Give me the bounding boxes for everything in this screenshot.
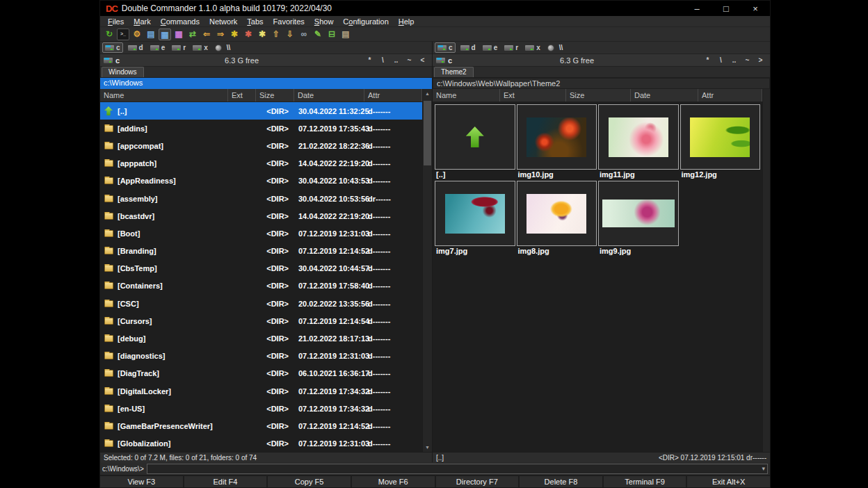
column-header-date[interactable]: Date — [294, 89, 364, 101]
file-row[interactable]: [DigitalLocker]<DIR>07.12.2019 17:34:32d… — [100, 382, 422, 400]
menu-files[interactable]: Files — [103, 17, 129, 26]
right-path-bar[interactable]: c:\Windows\Web\Wallpaper\Theme2 — [433, 78, 770, 89]
minimize-button[interactable]: – — [682, 1, 712, 16]
menu-favorites[interactable]: Favorites — [268, 17, 310, 26]
left-scrollbar[interactable]: ▲ ▼ — [422, 89, 432, 452]
thumb-cell[interactable]: img11.jpg — [598, 104, 679, 179]
file-row[interactable]: [bcastdvr]<DIR>14.04.2022 22:19:20d-----… — [100, 207, 422, 225]
options-icon[interactable]: ⚙ — [131, 29, 143, 40]
close-button[interactable]: × — [741, 1, 770, 16]
folder-back-icon[interactable]: ⇐ — [200, 29, 213, 40]
thumb-cell[interactable]: img7.jpg — [435, 181, 515, 256]
tab-theme2[interactable]: Theme2 — [434, 67, 474, 77]
function-key-9[interactable]: Terminal F9 — [604, 476, 686, 487]
drive-d-button[interactable]: d — [458, 42, 478, 53]
nav-star-button[interactable]: * — [702, 56, 714, 64]
file-row[interactable]: [debug]<DIR>21.02.2022 18:17:13d------- — [100, 330, 422, 347]
drive-c-button[interactable]: c — [102, 42, 123, 53]
menu-tabs[interactable]: Tabs — [242, 17, 268, 26]
archive-extract-icon[interactable]: ⇩ — [284, 29, 296, 40]
column-header-name[interactable]: Name — [433, 89, 500, 101]
column-header-name[interactable]: Name — [100, 89, 228, 101]
nav-home-button[interactable]: ~ — [403, 56, 415, 64]
file-row[interactable]: [Branding]<DIR>07.12.2019 12:14:52d-----… — [100, 243, 422, 260]
right-scrollbar[interactable] — [762, 89, 770, 452]
file-row[interactable]: [DiagTrack]<DIR>06.10.2021 16:36:17d----… — [100, 365, 422, 382]
drive-d-button[interactable]: d — [126, 42, 145, 53]
file-row[interactable]: [Boot]<DIR>07.12.2019 12:31:03d------- — [100, 225, 422, 242]
tab-windows[interactable]: Windows — [102, 67, 144, 77]
file-row[interactable]: [AppReadiness]<DIR>30.04.2022 10:43:53d-… — [100, 172, 422, 190]
refresh-icon[interactable]: ↻ — [103, 29, 115, 40]
file-row[interactable]: [CSC]<DIR>20.02.2022 13:35:56d------- — [100, 295, 422, 312]
nav-star-button[interactable]: * — [364, 56, 376, 64]
nav-parent-button[interactable]: .. — [390, 56, 402, 64]
thumb-cell[interactable]: img10.jpg — [517, 104, 597, 179]
function-key-5[interactable]: Copy F5 — [268, 476, 351, 487]
file-row[interactable]: [..]<DIR>30.04.2022 11:32:25d------- — [100, 102, 422, 120]
network-path-label[interactable]: \\ — [559, 44, 563, 51]
function-key-8[interactable]: Delete F8 — [520, 476, 602, 487]
view-thumbnails-icon[interactable]: ▦ — [172, 29, 185, 40]
file-row[interactable]: [addins]<DIR>07.12.2019 17:35:43d------- — [100, 120, 422, 137]
thumb-cell[interactable]: img8.jpg — [517, 181, 597, 256]
view-full-icon[interactable]: ▦ — [159, 29, 171, 40]
nav-parent-button[interactable]: .. — [728, 56, 740, 64]
nav-history-button[interactable]: > — [755, 56, 766, 64]
sync-dirs-icon[interactable]: ⊟ — [326, 29, 338, 40]
archive-add-icon[interactable]: ⇧ — [270, 29, 282, 40]
file-row[interactable]: [appcompat]<DIR>21.02.2022 18:22:36d----… — [100, 137, 422, 154]
function-key-6[interactable]: Move F6 — [352, 476, 435, 487]
test-archive-icon[interactable]: ✱ — [256, 29, 268, 40]
column-header-ext[interactable]: Ext — [228, 89, 256, 101]
scroll-up-icon[interactable]: ▲ — [423, 89, 432, 98]
scrollbar-thumb[interactable] — [424, 101, 431, 165]
file-row[interactable]: [Cursors]<DIR>07.12.2019 12:14:54d------… — [100, 312, 422, 330]
drive-e-button[interactable]: e — [481, 42, 500, 53]
menu-mark[interactable]: Mark — [129, 17, 155, 26]
network-button[interactable] — [545, 42, 556, 53]
column-header-ext[interactable]: Ext — [500, 89, 566, 101]
pack-files-icon[interactable]: ✱ — [228, 29, 241, 40]
column-header-attr[interactable]: Attr — [364, 89, 422, 101]
menu-network[interactable]: Network — [204, 17, 242, 26]
function-key-3[interactable]: View F3 — [100, 476, 183, 487]
file-row[interactable]: [diagnostics]<DIR>07.12.2019 12:31:03d--… — [100, 348, 422, 365]
nav-root-button[interactable]: \ — [377, 56, 389, 64]
thumb-cell[interactable]: img9.jpg — [598, 181, 679, 256]
extract-files-icon[interactable]: ✱ — [242, 29, 255, 40]
drive-r-button[interactable]: r — [170, 42, 188, 53]
file-row[interactable]: [Containers]<DIR>07.12.2019 17:58:40d---… — [100, 277, 422, 295]
drive-x-button[interactable]: x — [523, 42, 542, 53]
nav-history-button[interactable]: < — [417, 56, 428, 64]
file-row[interactable]: [CbsTemp]<DIR>30.04.2022 10:44:57d------… — [100, 260, 422, 277]
column-header-size[interactable]: Size — [256, 89, 294, 101]
network-path-label[interactable]: \\ — [227, 44, 231, 51]
thumb-cell[interactable]: [..] — [435, 104, 515, 179]
multi-rename-icon[interactable]: ✎ — [312, 29, 324, 40]
column-header-attr[interactable]: Attr — [698, 89, 762, 101]
file-row[interactable]: [assembly]<DIR>30.04.2022 10:53:56dr----… — [100, 190, 422, 207]
nav-home-button[interactable]: ~ — [741, 56, 753, 64]
menu-show[interactable]: Show — [310, 17, 339, 26]
chevron-down-icon[interactable]: ▾ — [762, 465, 765, 472]
scroll-down-icon[interactable]: ▼ — [423, 443, 432, 452]
column-header-date[interactable]: Date — [631, 89, 698, 101]
function-key-7[interactable]: Directory F7 — [436, 476, 519, 487]
column-header-size[interactable]: Size — [566, 89, 631, 101]
properties-icon[interactable]: ▤ — [339, 29, 352, 40]
drive-r-button[interactable]: r — [502, 42, 520, 53]
left-path-bar[interactable]: c:\Windows — [100, 78, 432, 89]
menu-commands[interactable]: Commands — [156, 17, 204, 26]
menu-configuration[interactable]: Configuration — [338, 17, 393, 26]
drive-e-button[interactable]: e — [148, 42, 168, 53]
terminal-icon[interactable]: >_ — [117, 29, 129, 40]
command-input[interactable]: ▾ — [147, 464, 768, 474]
nav-root-button[interactable]: \ — [715, 56, 727, 64]
maximize-button[interactable]: □ — [712, 1, 741, 16]
function-key-4[interactable]: Edit F4 — [184, 476, 267, 487]
function-key-10[interactable]: Exit Alt+X — [687, 476, 770, 487]
drive-c-button[interactable]: c — [435, 42, 456, 53]
drive-x-button[interactable]: x — [191, 42, 210, 53]
file-row[interactable]: [GameBarPresenceWriter]<DIR>07.12.2019 1… — [100, 417, 422, 434]
